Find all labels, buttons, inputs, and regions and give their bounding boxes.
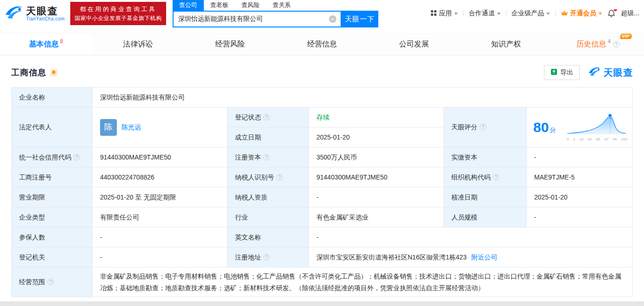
field-value: 91440300MAE9TJME50 xyxy=(316,173,388,181)
help-icon[interactable] xyxy=(493,174,499,180)
menu-open-vip[interactable]: 开通会员 xyxy=(561,9,602,18)
legal-rep-label-cell: 法定代表人 xyxy=(12,107,93,147)
subscribe-bell-icon[interactable] xyxy=(50,69,58,77)
export-button[interactable]: 导出 xyxy=(544,65,580,80)
company-type-label-cell: 企业类型 xyxy=(12,207,93,227)
field-label: 英文名称 xyxy=(235,233,261,241)
table-row: 企业类型 有限责任公司 行业 有色金属矿采选业 人员规模 - xyxy=(12,207,633,227)
tab-intellectual-property[interactable]: 知识产权 xyxy=(460,33,552,55)
help-icon[interactable] xyxy=(263,114,270,120)
menu-enterprise-products[interactable]: 企业级产品 xyxy=(511,9,550,18)
help-icon[interactable] xyxy=(74,154,80,160)
notification-dot xyxy=(614,9,617,11)
menu-divider xyxy=(555,10,556,17)
logo-brand-text: 天眼查 xyxy=(26,6,65,16)
table-row: 经营范围 非金属矿及制品销售；电子专用材料销售；电池销售；化工产品销售（不含许可… xyxy=(12,267,633,297)
help-icon[interactable] xyxy=(480,124,486,130)
company-name-label-cell: 企业名称 xyxy=(12,87,93,107)
credit-code-value-cell: 91440300MAE9TJME50 xyxy=(93,147,228,167)
field-value: 2025-01-20 xyxy=(316,133,350,141)
search-tab-boss[interactable]: 查老板 xyxy=(204,0,235,11)
field-label: 参保人数 xyxy=(19,233,45,241)
chevron-down-icon xyxy=(598,13,602,15)
clear-icon[interactable] xyxy=(329,15,336,23)
help-icon[interactable] xyxy=(47,279,54,285)
address-value-cell: 深圳市宝安区新安街道海裕社区N16区御景湾1栋423附近公司 xyxy=(309,247,633,267)
field-label: 纳税人识别号 xyxy=(235,173,274,181)
table-row: 工商注册号 440300224708826 纳税人识别号 91440300MAE… xyxy=(12,167,633,187)
menu-divider xyxy=(463,10,463,17)
field-value: 有色金属矿采选业 xyxy=(316,213,369,221)
taxpayer-quality-label-cell: 纳税人资质 xyxy=(228,187,309,207)
score-value-cell: 80分 xyxy=(527,107,633,147)
status-badge: 存续 xyxy=(316,113,329,121)
industry-label-cell: 行业 xyxy=(228,207,309,227)
established-label-cell: 成立日期 xyxy=(228,127,309,147)
legal-rep-value-cell: 陈 陈光远 xyxy=(93,107,228,147)
menu-partner-channel[interactable]: 合作通道 xyxy=(469,9,501,18)
search-box xyxy=(173,11,342,27)
score-chart-axis: 0 3 15 50 85 97 99 100 xyxy=(566,138,628,141)
legal-rep-link[interactable]: 陈光远 xyxy=(121,122,141,132)
crown-icon xyxy=(561,10,568,17)
business-scope-value-cell: 非金属矿及制品销售；电子专用材料销售；电池销售；化工产品销售（不含许可类化工产品… xyxy=(93,267,633,297)
search-tab-relation[interactable]: 查关系 xyxy=(266,0,297,11)
help-icon[interactable] xyxy=(613,41,620,47)
reg-capital-value-cell: 3500万人民币 xyxy=(309,147,444,167)
english-name-label-cell: 英文名称 xyxy=(228,227,309,247)
table-row: 参保人数 - 英文名称 - xyxy=(12,227,633,247)
tab-company-development[interactable]: 公司发展 xyxy=(368,33,460,55)
field-label: 登记机关 xyxy=(19,253,45,261)
help-icon[interactable] xyxy=(263,254,270,260)
search-tab-risk[interactable]: 查风险 xyxy=(235,0,266,11)
company-type-value-cell: 有限责任公司 xyxy=(93,207,228,227)
notification-bell-icon[interactable] xyxy=(607,9,616,18)
reg-status-value-cell: 存续 xyxy=(309,107,444,127)
menu-super[interactable]: 超级... xyxy=(621,9,639,18)
field-value: 深圳怡远新能源科技有限公司 xyxy=(100,93,185,101)
field-value: - xyxy=(316,233,319,241)
reg-capital-label-cell: 注册资本 xyxy=(228,147,309,167)
tab-basic-info[interactable]: 基本信息 8 xyxy=(0,33,92,55)
tab-legal-proceedings[interactable]: 法律诉讼 xyxy=(92,33,184,55)
search-tab-company[interactable]: 查公司 xyxy=(173,0,204,11)
vip-tag: VIP xyxy=(620,33,632,39)
nearby-companies-link[interactable]: 附近公司 xyxy=(471,253,497,261)
legal-rep-avatar[interactable]: 陈 xyxy=(100,119,117,136)
section-title: 工商信息 xyxy=(11,67,47,78)
paid-capital-label-cell: 实缴资本 xyxy=(444,147,527,167)
tab-history-info[interactable]: 历史信息 4 VIP xyxy=(552,33,644,55)
tab-operating-info[interactable]: 经营信息 xyxy=(276,33,368,55)
field-label: 纳税人资质 xyxy=(235,193,268,201)
approval-date-value-cell: 2025-01-20 xyxy=(527,187,633,207)
field-label: 登记状态 xyxy=(235,113,261,121)
org-code-label-cell: 组织机构代码 xyxy=(444,167,527,187)
insured-count-label-cell: 参保人数 xyxy=(12,227,93,247)
tax-id-value-cell: 91440300MAE9TJME50 xyxy=(309,167,444,187)
tianyancha-logo-icon xyxy=(588,65,601,80)
search-button[interactable]: 天眼一下 xyxy=(342,11,378,27)
reg-authority-label-cell: 登记机关 xyxy=(12,247,93,267)
industry-value-cell: 有色金属矿采选业 xyxy=(309,207,444,227)
field-value: 有限责任公司 xyxy=(100,213,139,221)
field-label: 经营范围 xyxy=(19,278,45,286)
page-background-strip xyxy=(0,301,644,306)
field-label: 企业名称 xyxy=(19,93,45,101)
help-icon[interactable] xyxy=(276,174,283,180)
field-value: 3500万人民币 xyxy=(316,153,357,161)
insured-count-value-cell: - xyxy=(93,227,228,247)
field-label: 人员规模 xyxy=(451,213,477,221)
help-icon[interactable] xyxy=(263,154,270,160)
score-label-cell: 天眼评分 xyxy=(444,107,527,147)
tab-operating-risk[interactable]: 经营风险 xyxy=(184,33,276,55)
tianyancha-logo[interactable]: 天眼查 TianYanCha.com xyxy=(5,3,65,24)
search-tabs: 查公司 查老板 查风险 查关系 xyxy=(173,0,378,11)
field-label: 成立日期 xyxy=(235,133,261,141)
logo-domain-text: TianYanCha.com xyxy=(26,16,65,21)
staff-size-value-cell: - xyxy=(527,207,633,227)
field-value: 2025-01-20 xyxy=(534,193,568,201)
menu-apps[interactable]: 应用 xyxy=(430,9,458,18)
reg-status-label-cell: 登记状态 xyxy=(228,107,309,127)
search-input[interactable] xyxy=(174,12,341,27)
reg-authority-value-cell: - xyxy=(93,247,228,267)
